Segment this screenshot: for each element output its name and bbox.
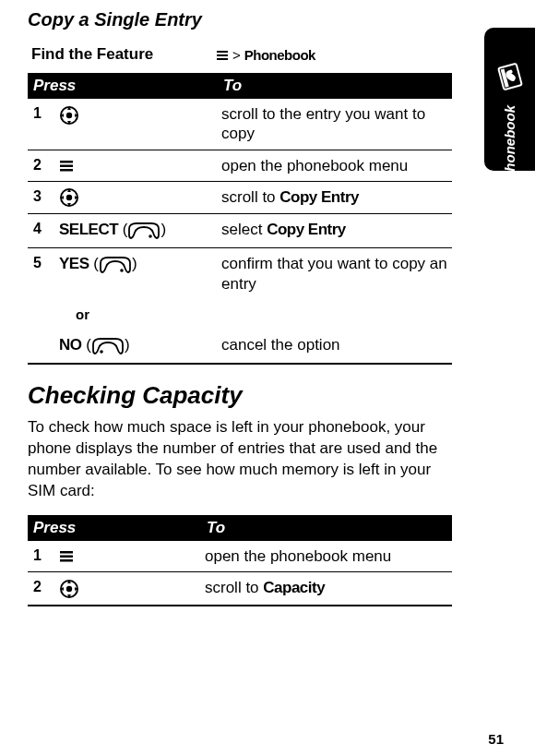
softkey-label: NO xyxy=(59,337,82,354)
find-the-feature-row: Find the Feature > Phonebook xyxy=(28,40,480,73)
side-tab: Phonebook xyxy=(484,28,535,171)
find-the-feature-label: Find the Feature xyxy=(31,45,216,64)
nav-icon xyxy=(59,579,79,596)
step-description-bold: Copy Entry xyxy=(279,188,359,206)
step-description: open the phonebook menu xyxy=(205,547,391,565)
to-cell: open the phonebook menu xyxy=(218,150,452,181)
step-number: 5 xyxy=(28,248,55,299)
to-cell: scroll to the entry you want to copy xyxy=(218,99,452,150)
step-number: 2 xyxy=(28,572,55,606)
svg-rect-4 xyxy=(217,58,228,60)
table-row: 1open the phonebook menu xyxy=(28,541,452,572)
svg-point-19 xyxy=(66,585,72,591)
press-cell: NO () xyxy=(55,330,218,364)
softkey-right-icon xyxy=(127,222,160,239)
press-cell: YES () xyxy=(55,248,218,299)
to-cell: scroll to Capacity xyxy=(201,572,452,606)
instruction-table-2: Press To 1open the phonebook menu2scroll… xyxy=(28,515,452,606)
step-description: scroll to the entry you want to copy xyxy=(221,105,425,142)
svg-rect-15 xyxy=(60,551,73,554)
table-row: 4SELECT ()select Copy Entry xyxy=(28,214,452,248)
svg-point-13 xyxy=(120,269,124,272)
softkey-label: YES xyxy=(59,256,89,273)
step-description: select xyxy=(221,221,267,238)
softkey-label: SELECT xyxy=(59,222,118,239)
step-number: 2 xyxy=(28,150,55,181)
table-row: 2scroll to Capacity xyxy=(28,572,452,606)
table1-header-press: Press xyxy=(28,73,218,99)
table-row: NO ()cancel the option xyxy=(28,330,452,364)
nav-icon xyxy=(59,105,79,123)
instruction-table-1: Press To 1scroll to the entry you want t… xyxy=(28,73,452,365)
section-body: To check how much space is left in your … xyxy=(28,417,461,502)
table-row-or: or xyxy=(28,299,452,330)
step-description: open the phonebook menu xyxy=(221,157,408,174)
svg-rect-16 xyxy=(60,556,73,558)
step-number: 1 xyxy=(28,99,55,150)
table2-header-press: Press xyxy=(28,515,201,541)
to-cell: scroll to Copy Entry xyxy=(218,181,452,214)
table2-header-to: To xyxy=(201,515,452,541)
to-cell: open the phonebook menu xyxy=(201,541,452,572)
svg-rect-7 xyxy=(60,161,73,163)
nav-icon xyxy=(59,188,79,206)
step-description-bold: Copy Entry xyxy=(267,221,346,238)
to-cell: select Copy Entry xyxy=(218,214,452,248)
menu-icon xyxy=(216,47,229,62)
step-number: 3 xyxy=(28,181,55,214)
svg-point-12 xyxy=(149,234,153,238)
svg-rect-2 xyxy=(217,51,228,53)
page-number: 51 xyxy=(488,731,504,747)
svg-rect-17 xyxy=(60,559,73,562)
svg-rect-3 xyxy=(217,54,228,56)
press-cell xyxy=(55,150,218,181)
table-row: 3scroll to Copy Entry xyxy=(28,181,452,214)
press-cell xyxy=(55,541,201,572)
step-description: scroll to xyxy=(221,188,279,206)
section-heading: Checking Capacity xyxy=(28,381,480,410)
softkey-right-icon xyxy=(99,256,132,273)
press-cell xyxy=(55,99,218,150)
softkey-left-icon xyxy=(91,337,125,354)
svg-point-11 xyxy=(66,195,72,200)
menu-icon xyxy=(59,547,74,565)
menu-icon xyxy=(59,157,74,174)
press-cell xyxy=(55,181,218,214)
feature-breadcrumb: > Phonebook xyxy=(216,47,315,63)
svg-rect-8 xyxy=(60,165,73,168)
subsection-heading: Copy a Single Entry xyxy=(28,9,480,30)
table-row: 1scroll to the entry you want to copy xyxy=(28,99,452,150)
step-description: scroll to xyxy=(205,579,263,596)
phonebook-tab-icon xyxy=(493,60,527,102)
step-number: 1 xyxy=(28,541,55,572)
to-cell: cancel the option xyxy=(218,330,452,364)
press-cell: SELECT () xyxy=(55,214,218,248)
step-description: confirm that you want to copy an entry xyxy=(221,255,447,292)
step-number: 4 xyxy=(28,214,55,248)
side-tab-label: Phonebook xyxy=(502,105,517,181)
step-description-bold: Capacity xyxy=(263,579,325,596)
breadcrumb-target: Phonebook xyxy=(244,47,315,63)
to-cell: confirm that you want to copy an entry xyxy=(218,248,452,299)
step-description: cancel the option xyxy=(221,336,340,354)
svg-point-6 xyxy=(66,112,72,117)
or-label: or xyxy=(76,306,89,322)
breadcrumb-separator: > xyxy=(232,47,241,63)
table-row: 2open the phonebook menu xyxy=(28,150,452,181)
table-row: 5YES ()confirm that you want to copy an … xyxy=(28,248,452,299)
svg-point-14 xyxy=(100,350,103,354)
svg-rect-9 xyxy=(60,169,73,172)
table1-header-to: To xyxy=(218,73,452,99)
press-cell xyxy=(55,572,201,606)
